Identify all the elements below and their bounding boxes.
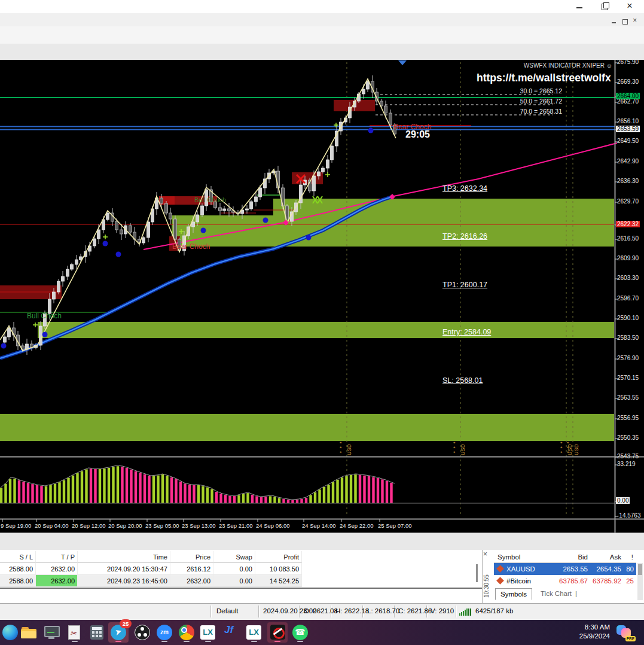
taskbar-jf-icon[interactable]: Jf [221, 622, 242, 643]
histogram-bar [237, 495, 240, 503]
histogram-bar [377, 478, 379, 503]
taskbar-lx2-icon[interactable]: LX [244, 622, 264, 643]
taskbar-edge-icon[interactable] [0, 622, 20, 643]
histogram-bar [363, 476, 365, 503]
copilot-pre-badge: PRE [625, 636, 636, 641]
histogram-bar [31, 484, 33, 503]
taskbar-whatsapp-icon[interactable]: ☎ [290, 622, 310, 643]
window-restore-button[interactable] [600, 2, 609, 13]
histogram-bar [108, 468, 110, 503]
histogram-bar [314, 492, 316, 503]
column-header-swap[interactable]: Swap [213, 551, 255, 563]
statusbar-separator [210, 606, 211, 617]
clock-time: 8:30 AM [579, 623, 610, 632]
candle [165, 203, 168, 213]
statusbar-item: C: 2621.86 [398, 607, 432, 614]
histogram-bar [300, 499, 303, 503]
panel-splitter[interactable] [0, 533, 644, 551]
mw-header-bid[interactable]: Bid [554, 551, 591, 563]
window-close-button[interactable]: × [627, 2, 635, 13]
signal-dot [116, 252, 121, 257]
taskbar-snipping-tool-icon[interactable]: ✂ [65, 622, 85, 643]
tab-tick-chart[interactable]: Tick Chart [536, 588, 576, 599]
candle [174, 219, 177, 239]
statusbar-item: L: 2618.70 [367, 607, 399, 614]
histogram-bar [0, 488, 2, 503]
taskbar-clock[interactable]: 8:30 AM 25/9/2024 [579, 623, 610, 641]
candle [160, 198, 163, 203]
taskbar-telegram-icon[interactable]: ➤25 [108, 622, 129, 643]
taskbar-zoom-icon[interactable]: zm [154, 622, 175, 643]
taskbar-pc-icon[interactable] [41, 622, 62, 643]
column-header-tp[interactable]: T / P [36, 551, 78, 563]
taskbar-obs-icon[interactable] [132, 622, 152, 643]
column-header-profit[interactable]: Profit [255, 551, 302, 563]
column-header-time[interactable]: Time [78, 551, 170, 563]
mw-ask-cell: 2654.35 [591, 563, 624, 575]
histogram-bar [354, 474, 356, 503]
trade-cell: 2024.09.20 15:30:47 [78, 563, 170, 575]
taskbar-copilot-icon[interactable]: PRE [616, 624, 633, 640]
trade-cell: 10 083.50 [255, 563, 302, 575]
candle [331, 146, 334, 160]
histogram-bar [170, 477, 173, 503]
histogram-bar [251, 495, 254, 503]
histogram-bar [368, 476, 370, 503]
trade-cell: 2616.12 [170, 563, 213, 575]
trade-cell: 0.00 [213, 563, 255, 575]
histogram-bar [305, 498, 307, 503]
taskbar-lx-icon[interactable]: LX [198, 622, 218, 643]
histogram-bar [206, 488, 209, 504]
histogram-bar [76, 473, 78, 503]
column-header-price[interactable]: Price [170, 551, 213, 563]
histogram-bar [45, 486, 47, 503]
mw-ask-cell: 63785.92 [591, 575, 624, 587]
histogram-bar [67, 478, 69, 503]
panel-divider [482, 550, 483, 603]
statusbar-item: H: 2622.18 [335, 607, 369, 614]
column-header-sl[interactable]: S / L [0, 551, 36, 563]
taskbar-calculator-icon[interactable] [87, 622, 107, 643]
alert-triangle-marker [398, 60, 407, 65]
histogram-bar [175, 479, 177, 503]
taskbar-file-explorer-icon[interactable] [19, 622, 39, 643]
tab-symbols[interactable]: Symbols [495, 588, 532, 600]
candle [129, 226, 132, 232]
histogram-bar [341, 477, 343, 503]
mw-bid-cell: 63785.67 [554, 575, 591, 587]
histogram-bar [233, 496, 236, 503]
candle [97, 230, 100, 239]
histogram-bar [144, 474, 146, 503]
signal-dot [201, 228, 206, 233]
market-watch-close-icon[interactable]: × [483, 550, 490, 558]
candle [8, 328, 11, 337]
histogram-bar [323, 487, 325, 503]
taskbar-chrome-icon[interactable] [176, 622, 197, 643]
window-minimize-button[interactable] [575, 2, 584, 13]
histogram-bar [278, 498, 280, 503]
candle [219, 208, 222, 211]
terminal-scrollbar[interactable] [476, 564, 478, 582]
market-watch-scrollbar[interactable] [637, 563, 643, 600]
histogram-bar [188, 485, 191, 503]
mw-header-symbol[interactable]: Symbol [494, 551, 554, 563]
child-window-bar: × [0, 13, 644, 27]
chart-region[interactable]: WSWFX INDICATOR XNIPER ☺ https://t.me/wa… [0, 60, 644, 533]
mw-header-[interactable]: ! [624, 551, 636, 563]
histogram-bar [58, 482, 60, 503]
tab-separator: | [575, 588, 577, 599]
histogram-bar [372, 477, 374, 503]
mw-header-ask[interactable]: Ask [591, 551, 624, 563]
connection-bars-icon [459, 608, 472, 616]
candle [196, 215, 199, 222]
histogram-bar [350, 475, 352, 503]
candle [214, 202, 217, 208]
trade-cell: 14 524.25 [255, 575, 302, 587]
histogram-bar [386, 481, 388, 503]
histogram-bar [130, 470, 132, 503]
histogram-bar [179, 482, 182, 503]
candle [228, 209, 231, 211]
price-chart-canvas[interactable] [0, 60, 644, 533]
scrollbar-thumb[interactable] [638, 564, 642, 575]
taskbar-trading-app-icon[interactable] [267, 622, 288, 643]
